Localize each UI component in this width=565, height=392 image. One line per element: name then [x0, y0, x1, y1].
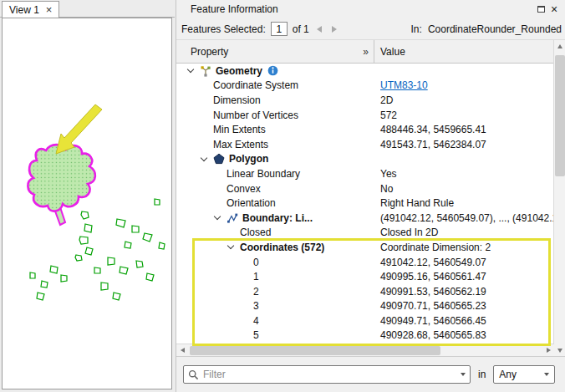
expanded-chevron-icon[interactable] — [214, 213, 221, 220]
filter-history-dropdown-icon[interactable] — [461, 373, 466, 376]
property-value: UTM83-10 — [374, 79, 554, 91]
geometry-icon — [200, 65, 211, 77]
expanded-chevron-icon[interactable] — [187, 66, 194, 73]
table-row[interactable]: Geometry — [176, 64, 554, 79]
table-row[interactable]: Coordinates (572)Coordinate Dimension: 2 — [176, 240, 554, 255]
features-selected-bar: Features Selected: 1 of 1 In: Coordinate… — [176, 18, 565, 40]
scope-dropdown-icon — [544, 373, 549, 376]
filter-input-box[interactable] — [183, 365, 471, 384]
table-row[interactable]: Number of Vertices572 — [176, 108, 554, 123]
table-row[interactable]: Min Extents488446.34, 5459665.41 — [176, 122, 554, 137]
table-row[interactable]: 4490949.71, 5460566.45 — [176, 313, 554, 328]
property-name: Dimension — [213, 94, 261, 106]
table-row[interactable]: Boundary: Li...(491042.12, 5460549.07), … — [176, 211, 554, 226]
property-value: 488446.34, 5459665.41 — [374, 124, 554, 135]
boundary-icon — [227, 212, 238, 224]
property-name: Linear Boundary — [227, 168, 300, 180]
property-value: 2D — [374, 94, 554, 106]
expand-columns-button[interactable]: » — [360, 46, 371, 58]
property-name: 3 — [253, 300, 259, 312]
table-row[interactable]: Polygon — [176, 152, 554, 167]
scroll-up-icon[interactable] — [554, 40, 565, 52]
property-value: 490928.68, 5460565.83 — [374, 329, 554, 341]
table-row[interactable]: ConvexNo — [176, 181, 554, 196]
panel-title: Feature Information — [191, 3, 278, 15]
polygon-icon — [213, 153, 225, 165]
property-name: Coordinates (572) — [240, 242, 324, 253]
property-value: 490995.16, 5460561.47 — [374, 271, 554, 283]
expanded-chevron-icon[interactable] — [201, 155, 207, 161]
table-row[interactable]: 5490928.68, 5460565.83 — [176, 328, 554, 344]
vertical-scrollbar[interactable] — [553, 40, 565, 356]
features-selected-label: Features Selected: — [181, 23, 266, 35]
tab-view-1[interactable]: View 1 × — [2, 1, 59, 18]
scroll-down-icon[interactable] — [554, 344, 565, 356]
previous-feature-icon[interactable] — [314, 26, 324, 33]
table-row[interactable]: Linear BoundaryYes — [176, 166, 554, 181]
application-window: View 1 × — [0, 0, 565, 392]
float-panel-icon[interactable] — [534, 3, 547, 16]
property-name: 5 — [253, 329, 259, 341]
table-row[interactable]: 3490970.71, 5460565.23 — [176, 299, 554, 314]
property-name: Boundary: Li... — [242, 212, 313, 224]
property-value: Right Hand Rule — [374, 197, 554, 209]
table-row[interactable]: Coordinate SystemUTM83-10 — [176, 79, 554, 94]
search-icon — [188, 369, 199, 380]
vertical-scrollbar-thumb[interactable] — [555, 55, 565, 176]
property-name: 2 — [253, 286, 259, 298]
value-column-header[interactable]: Value — [380, 46, 405, 58]
table-row[interactable]: 1490995.16, 5460561.47 — [176, 269, 554, 284]
property-name: Max Extents — [213, 139, 268, 150]
property-name: Polygon — [229, 153, 268, 165]
property-value: Yes — [374, 168, 554, 180]
close-panel-icon[interactable]: × — [547, 3, 561, 16]
map-viewport[interactable] — [2, 18, 172, 389]
horizontal-scrollbar[interactable] — [176, 344, 554, 356]
property-value: 490991.53, 5460562.19 — [374, 286, 554, 298]
property-value: 491543.71, 5462384.07 — [374, 139, 554, 150]
property-column-header[interactable]: Property — [191, 46, 228, 58]
property-name: Coordinate System — [213, 79, 298, 91]
property-name: Number of Vertices — [213, 109, 298, 121]
horizontal-scrollbar-thumb[interactable] — [190, 346, 440, 355]
property-name: 1 — [253, 271, 259, 283]
filter-input[interactable] — [203, 369, 456, 380]
property-name: Min Extents — [213, 124, 266, 135]
table-row[interactable]: OrientationRight Hand Rule — [176, 196, 554, 211]
selected-feature-index[interactable]: 1 — [271, 22, 288, 36]
of-total-label: of 1 — [293, 23, 309, 35]
table-header: Property » Value — [176, 40, 554, 64]
info-icon[interactable] — [267, 65, 278, 76]
property-value: 491042.12, 5460549.07 — [374, 257, 554, 268]
table-row[interactable]: 2490991.53, 5460562.19 — [176, 284, 554, 299]
property-table-body: GeometryCoordinate SystemUTM83-10Dimensi… — [176, 64, 554, 344]
table-row[interactable]: 0491042.12, 5460549.07 — [176, 255, 554, 270]
property-value: Coordinate Dimension: 2 — [374, 242, 554, 253]
scroll-left-icon[interactable] — [176, 344, 188, 356]
filter-scope-value: Any — [499, 369, 517, 380]
property-value: 490970.71, 5460565.23 — [374, 300, 554, 312]
in-label: In: — [411, 23, 422, 35]
feature-outlines — [30, 199, 165, 300]
tab-close-icon[interactable]: × — [46, 4, 53, 15]
next-feature-icon[interactable] — [329, 26, 339, 33]
property-value: 572 — [374, 109, 554, 121]
coordinate-system-link[interactable]: UTM83-10 — [380, 79, 428, 91]
view-tab-bar: View 1 × — [0, 0, 175, 18]
map-canvas — [3, 18, 171, 389]
property-value: (491042.12, 5460549.07), ..., (491042.12… — [374, 212, 554, 224]
property-name: Geometry — [216, 65, 262, 77]
property-name: Closed — [240, 227, 271, 238]
filter-in-label: in — [478, 369, 486, 380]
property-value: 490949.71, 5460566.45 — [374, 315, 554, 327]
table-row[interactable]: Dimension2D — [176, 93, 554, 108]
table-row[interactable]: ClosedClosed In 2D — [176, 226, 554, 241]
panel-title-bar: Feature Information × — [176, 0, 565, 18]
scroll-right-icon[interactable] — [542, 344, 554, 356]
expanded-chevron-icon[interactable] — [227, 242, 234, 249]
property-name: 0 — [253, 257, 259, 268]
feature-information-panel: Feature Information × Features Selected:… — [176, 0, 565, 392]
table-row[interactable]: Max Extents491543.71, 5462384.07 — [176, 137, 554, 152]
filter-scope-dropdown[interactable]: Any — [493, 365, 555, 384]
property-name: 4 — [253, 315, 259, 327]
